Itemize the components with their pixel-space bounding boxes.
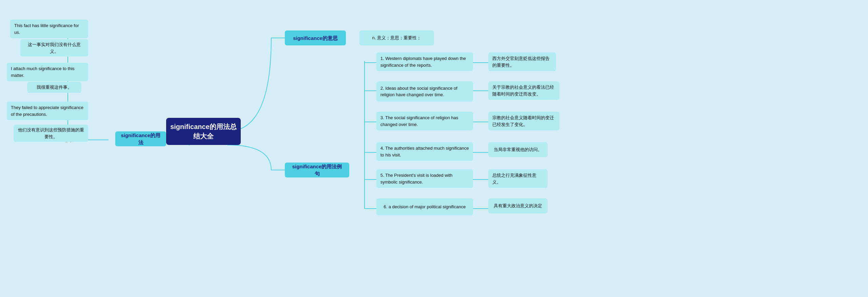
meaning-text-node: n. 意义；意思；重要性； (359, 30, 434, 45)
left-en-3: They failed to appreciate significance o… (7, 102, 88, 120)
meaning-node: significance的意思 (285, 30, 346, 45)
right-en-3-text: 3. The social significance of religion h… (380, 114, 469, 128)
right-cn-6: 具有重大政治意义的决定 (488, 198, 548, 213)
right-en-6: 6. a decision of major political signifi… (376, 198, 473, 215)
left-cn-3: 他们没有意识到这些预防措施的重要性。 (14, 125, 88, 142)
left-cn-2-text: 我很重视这件事。 (37, 84, 72, 91)
examples-label: significance的用法例句 (290, 163, 344, 177)
left-cn-1-text: 这一事实对我们没有什么意义。 (24, 41, 85, 55)
left-en-3-text: They failed to appreciate significance o… (11, 104, 84, 118)
meaning-text: n. 意义；意思；重要性； (372, 35, 421, 41)
right-cn-2: 关于宗教的社会意义的看法已经随着时间的变迁而改变。 (488, 81, 559, 100)
right-en-1: 1. Western diplomats have played down th… (376, 52, 473, 71)
usage-label: significance的用法 (121, 132, 161, 146)
usage-node: significance的用法 (115, 131, 166, 146)
right-en-5-text: 5. The President's visit is loaded with … (380, 172, 469, 185)
right-en-4: 4. The authorities attached much signifi… (376, 142, 473, 161)
center-label: significance的用法总结大全 (170, 122, 237, 141)
right-en-4-text: 4. The authorities attached much signifi… (380, 145, 469, 158)
left-en-2: I attach much significance to this matte… (7, 63, 88, 81)
right-en-6-text: 6. a decision of major political signifi… (383, 204, 466, 210)
right-cn-4-text: 当局非常重视他的访问。 (494, 146, 542, 153)
right-cn-3: 宗教的社会意义随着时间的变迁已经发生了变化。 (488, 112, 559, 130)
right-cn-5: 总统之行充满象征性意义。 (488, 169, 548, 188)
left-en-1-text: This fact has little significance for us… (14, 22, 84, 36)
right-cn-6-text: 具有重大政治意义的决定 (494, 203, 542, 209)
right-en-1-text: 1. Western diplomats have played down th… (380, 55, 469, 68)
right-cn-1: 西方外交官刻意贬低这些报告的重要性。 (488, 52, 556, 71)
mind-map: significance的用法总结大全 significance的用法 用作名词… (0, 0, 868, 297)
meaning-label: significance的意思 (293, 35, 338, 42)
right-en-5: 5. The President's visit is loaded with … (376, 169, 473, 188)
left-en-2-text: I attach much significance to this matte… (11, 65, 84, 79)
right-cn-2-text: 关于宗教的社会意义的看法已经随着时间的变迁而改变。 (492, 84, 555, 97)
left-cn-3-text: 他们没有意识到这些预防措施的重要性。 (17, 127, 85, 140)
right-cn-4: 当局非常重视他的访问。 (488, 142, 548, 157)
left-cn-2: 我很重视这件事。 (27, 82, 81, 93)
right-en-2-text: 2. Ideas about the social significance o… (380, 85, 469, 98)
right-en-2: 2. Ideas about the social significance o… (376, 81, 473, 102)
examples-node: significance的用法例句 (285, 163, 349, 177)
right-cn-1-text: 西方外交官刻意贬低这些报告的重要性。 (492, 55, 552, 68)
center-node: significance的用法总结大全 (166, 118, 241, 145)
right-en-3: 3. The social significance of religion h… (376, 112, 473, 130)
left-cn-1: 这一事实对我们没有什么意义。 (20, 39, 88, 57)
left-en-1: This fact has little significance for us… (10, 20, 88, 38)
right-cn-3-text: 宗教的社会意义随着时间的变迁已经发生了变化。 (492, 114, 555, 128)
right-cn-5-text: 总统之行充满象征性意义。 (492, 172, 544, 185)
